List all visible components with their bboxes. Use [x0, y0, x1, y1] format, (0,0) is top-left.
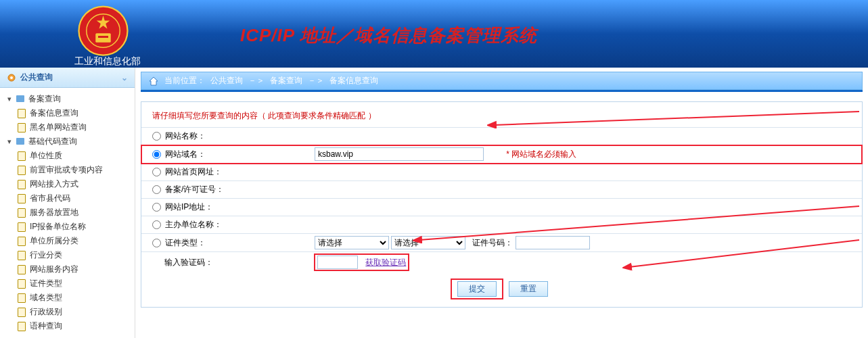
main-panel: 当前位置： 公共查询 －＞ 备案查询 －＞ 备案信息查询 请仔细填写您所要查询的…: [135, 68, 868, 338]
svg-rect-4: [98, 36, 108, 38]
tree-child[interactable]: 行政级别: [5, 305, 132, 319]
radio-site-domain[interactable]: [152, 150, 161, 159]
page-icon: [18, 308, 27, 317]
tree-child[interactable]: 网站接入方式: [5, 177, 132, 191]
breadcrumb-loc-label: 当前位置：: [164, 75, 205, 87]
chevron-down-icon[interactable]: ⌄: [121, 73, 128, 82]
app-header: 工业和信息化部 ICP/IP 地址／域名信息备案管理系统: [0, 0, 868, 68]
folder-icon: [16, 95, 26, 104]
breadcrumb-sep: －＞: [308, 75, 324, 87]
nav-tree: ▾ 备案查询 备案信息查询 黑名单网站查询▾ 基础代码查询 单位性质 前置审批或…: [0, 88, 135, 337]
page-icon: [18, 109, 27, 118]
page-icon: [18, 265, 27, 274]
folder-icon: [16, 137, 26, 147]
breadcrumb-c[interactable]: 备案信息查询: [329, 75, 378, 87]
radio-site-name[interactable]: [152, 132, 161, 141]
page-icon: [18, 237, 27, 246]
home-icon: [148, 76, 159, 87]
domain-required-note: * 网站域名必须输入: [506, 149, 576, 159]
page-icon: [18, 194, 27, 203]
input-site-domain[interactable]: [315, 147, 484, 161]
breadcrumb-a[interactable]: 公共查询: [210, 75, 243, 87]
label-cert-no: 证件号码：: [472, 238, 513, 247]
minus-icon[interactable]: ▾: [5, 95, 14, 103]
select-cert-type-2[interactable]: 请选择: [391, 236, 465, 249]
national-emblem-icon: [78, 5, 129, 56]
breadcrumb-b[interactable]: 备案查询: [270, 75, 302, 87]
label-home-url: 网站首页网址：: [165, 167, 222, 176]
page-icon: [18, 180, 27, 189]
sidebar-section-label: 公共查询: [20, 72, 53, 83]
tree-child[interactable]: 前置审批或专项内容: [5, 163, 132, 177]
divider: [141, 90, 863, 92]
page-icon: [18, 322, 27, 331]
page-icon: [18, 293, 27, 303]
tree-child[interactable]: 备案信息查询: [5, 106, 132, 120]
tree-child[interactable]: 域名类型: [5, 291, 132, 305]
tree-parent[interactable]: ▾ 备案查询: [5, 92, 132, 106]
label-site-name: 网站名称：: [165, 131, 206, 141]
breadcrumb: 当前位置： 公共查询 －＞ 备案查询 －＞ 备案信息查询: [141, 72, 863, 90]
tree-child[interactable]: IP报备单位名称: [5, 220, 132, 234]
tree-child[interactable]: 服务器放置地: [5, 206, 132, 220]
page-icon: [18, 166, 27, 175]
input-captcha[interactable]: [317, 256, 358, 269]
radio-home-url[interactable]: [152, 168, 161, 176]
tree-child[interactable]: 证件类型: [5, 276, 132, 291]
page-icon: [18, 222, 27, 232]
form-instruction: 请仔细填写您所要查询的内容（ 此项查询要求条件精确匹配 ）: [141, 107, 862, 127]
org-name: 工业和信息化部: [74, 55, 141, 68]
query-form: 请仔细填写您所要查询的内容（ 此项查询要求条件精确匹配 ） 网站名称： 网站域名…: [141, 101, 863, 308]
submit-button[interactable]: 提交: [457, 281, 497, 297]
page-icon: [18, 151, 27, 161]
radio-license[interactable]: [152, 185, 161, 194]
page-icon: [18, 279, 27, 289]
radio-sponsor[interactable]: [152, 220, 161, 229]
sidebar-section-header[interactable]: 公共查询 ⌄: [0, 68, 135, 88]
label-ip: 网站IP地址：: [165, 202, 213, 212]
page-icon: [18, 251, 27, 260]
input-cert-no[interactable]: [516, 236, 590, 249]
tree-child[interactable]: 单位性质: [5, 149, 132, 163]
label-license: 备案/许可证号：: [165, 185, 224, 194]
label-captcha: 输入验证码：: [164, 258, 213, 267]
tree-parent[interactable]: ▾ 基础代码查询: [5, 135, 132, 149]
breadcrumb-sep: －＞: [248, 75, 265, 87]
minus-icon[interactable]: ▾: [5, 138, 14, 146]
label-sponsor: 主办单位名称：: [165, 220, 222, 229]
radio-cert-type[interactable]: [152, 239, 161, 247]
svg-point-6: [10, 76, 13, 79]
tree-child[interactable]: 黑名单网站查询: [5, 120, 132, 135]
reset-button[interactable]: 重置: [509, 281, 548, 297]
tree-child[interactable]: 语种查询: [5, 319, 132, 333]
gear-icon: [7, 73, 16, 82]
select-cert-type-1[interactable]: 请选择: [315, 236, 389, 249]
radio-ip[interactable]: [152, 203, 161, 212]
tree-child[interactable]: 行业分类: [5, 248, 132, 262]
sidebar: 公共查询 ⌄ ▾ 备案查询 备案信息查询 黑名单网站查询▾ 基础代码查询 单位性…: [0, 68, 135, 338]
page-icon: [18, 208, 27, 218]
system-title: ICP/IP 地址／域名信息备案管理系统: [240, 24, 537, 47]
tree-child[interactable]: 省市县代码: [5, 191, 132, 206]
tree-child[interactable]: 单位所属分类: [5, 234, 132, 248]
label-site-domain: 网站域名：: [165, 149, 206, 159]
tree-child[interactable]: 网站服务内容: [5, 262, 132, 276]
get-captcha-link[interactable]: 获取验证码: [365, 258, 406, 267]
label-cert-type: 证件类型：: [165, 238, 206, 247]
page-icon: [18, 123, 27, 132]
